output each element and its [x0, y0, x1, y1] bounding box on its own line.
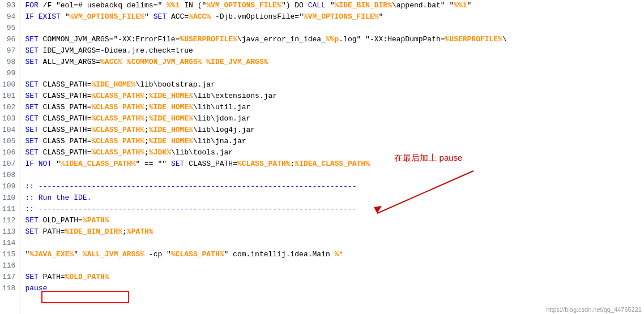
code-segment-var: %%p	[326, 35, 339, 44]
code-segment-kw: SET	[25, 46, 38, 55]
line-number: 97	[2, 45, 15, 57]
code-segment-var: %IDE_HOME%	[91, 80, 135, 89]
code-segment-plain: "	[144, 12, 153, 21]
code-segment-plain: ACC=	[167, 12, 189, 21]
code-line: :: Run the IDE.	[25, 192, 644, 204]
code-segment-var: %CLASS_PATH%	[91, 137, 144, 145]
code-segment-plain: COMMON_JVM_ARGS="-XX:ErrorFile=	[39, 35, 180, 44]
code-segment-plain: ;	[144, 103, 149, 111]
line-number: 105	[2, 136, 15, 147]
code-segment-plain: \lib\extensions.jar	[193, 92, 277, 100]
code-segment-var: %%i	[454, 1, 467, 10]
code-line	[25, 68, 644, 79]
code-segment-plain: OLD_PATH=	[39, 216, 83, 225]
code-line: SET IDE_JVM_ARGS=-Didea.jre.check=true	[25, 45, 644, 57]
code-segment-plain: \lib\jna.jar	[193, 137, 246, 145]
code-segment-kw: SET	[25, 148, 38, 157]
code-line	[25, 238, 644, 249]
code-segment-var: %IDE_BIN_DIR%	[335, 1, 392, 10]
code-segment-var: %*	[335, 250, 344, 259]
code-segment-kw: SET	[25, 216, 38, 225]
code-segment-var: %ACC%	[189, 12, 211, 21]
code-segment-plain: IN ("	[180, 1, 206, 10]
code-line	[25, 23, 644, 34]
code-segment-plain: CLASS_PATH=	[39, 80, 92, 89]
code-segment-plain: "	[74, 250, 83, 259]
code-segment-plain	[122, 58, 127, 66]
code-segment-plain: -cp "	[144, 250, 171, 259]
code-segment-plain: \append.bat" "	[392, 1, 454, 10]
code-segment-plain: "	[61, 12, 70, 21]
line-number: 96	[2, 34, 15, 45]
code-segment-kw: IF NOT	[25, 160, 52, 168]
line-number: 113	[2, 226, 15, 238]
code-segment-plain: " com.intellij.idea.Main	[224, 250, 335, 259]
code-line: SET CLASS_PATH=%CLASS_PATH%;%IDE_HOME%\l…	[25, 113, 644, 124]
code-segment-plain: \lib\log4j.jar	[193, 126, 255, 134]
code-segment-plain: CLASS_PATH=	[39, 126, 92, 134]
line-number: 102	[2, 102, 15, 113]
code-content: FOR /F "eol=# usebackq delims=" %%i IN (…	[20, 0, 644, 314]
code-segment-plain: \lib\jdom.jar	[193, 114, 250, 123]
code-segment-var: %CLASS_PATH%	[91, 126, 144, 134]
code-segment-plain: ;	[144, 148, 149, 157]
code-segment-var: %ALL_JVM_ARGS%	[83, 250, 144, 259]
code-segment-kw: SET	[25, 92, 38, 100]
code-segment-var: %VM_OPTIONS_FILE%	[69, 12, 144, 21]
code-segment-plain: CLASS_PATH=	[39, 114, 92, 123]
code-segment-kw: SET	[25, 103, 38, 111]
code-line: SET CLASS_PATH=%IDE_HOME%\lib\bootstrap.…	[25, 79, 644, 91]
code-segment-plain: "	[52, 160, 61, 168]
code-segment-plain: \lib\bootstrap.jar	[135, 80, 215, 89]
line-number: 104	[2, 124, 15, 136]
code-segment-plain: \lib\tools.jar	[171, 148, 233, 157]
code-segment-var: %IDE_BIN_DIR%	[65, 227, 122, 236]
code-segment-kw: SET	[153, 12, 167, 21]
code-segment-var: %VM_OPTIONS_FILE%	[304, 12, 379, 21]
code-segment-kw: SET	[25, 58, 38, 66]
code-segment-var: %CLASS_PATH%	[91, 148, 144, 157]
code-segment-var: %OLD_PATH%	[65, 273, 109, 281]
code-segment-plain: CLASS_PATH=	[39, 137, 92, 145]
code-segment-kw: IF EXIST	[25, 12, 60, 21]
code-segment-comment: :: -------------------------------------…	[25, 205, 356, 213]
code-segment-plain: -Djb.vmOptionsFile="	[211, 12, 304, 21]
code-segment-plain: CLASS_PATH=	[39, 103, 92, 111]
code-segment-var: %CLASS_PATH%	[237, 160, 291, 168]
line-number: 107	[2, 158, 15, 170]
code-segment-var: %IDEA_CLASS_PATH%	[61, 160, 136, 168]
code-segment-kw: SET	[25, 114, 38, 123]
code-segment-comment: :: -------------------------------------…	[25, 182, 356, 191]
code-segment-plain: ALL_JVM_ARGS=	[39, 58, 100, 66]
code-line: :: -------------------------------------…	[25, 204, 644, 215]
code-line	[25, 170, 644, 181]
code-segment-plain: ;	[144, 114, 149, 123]
code-line: "%JAVA_EXE%" %ALL_JVM_ARGS% -cp "%CLASS_…	[25, 249, 644, 260]
code-segment-plain: CLASS_PATH=	[39, 92, 92, 100]
line-number: 116	[2, 260, 15, 272]
code-segment-var: %USERPROFILE%	[445, 35, 502, 44]
code-segment-plain: CLASS_PATH=	[39, 148, 92, 157]
code-segment-plain: CLASS_PATH=	[184, 160, 237, 168]
line-number: 106	[2, 147, 15, 158]
code-segment-plain: ;	[144, 126, 149, 134]
code-line: SET CLASS_PATH=%CLASS_PATH%;%IDE_HOME%\l…	[25, 91, 644, 102]
code-segment-plain: " == ""	[135, 160, 170, 168]
code-segment-plain: \	[502, 35, 507, 44]
code-line: SET CLASS_PATH=%CLASS_PATH%;%IDE_HOME%\l…	[25, 102, 644, 113]
watermark: https://blog.csdn.net/qq_44765221	[546, 306, 642, 313]
code-line: IF EXIST "%VM_OPTIONS_FILE%" SET ACC=%AC…	[25, 11, 644, 23]
code-segment-var: %CLASS_PATH%	[91, 92, 144, 100]
line-number: 114	[2, 238, 15, 249]
code-segment-kw: SET	[25, 137, 38, 145]
code-segment-plain: "	[326, 1, 335, 10]
code-segment-var: %PATH%	[83, 216, 109, 225]
line-number: 100	[2, 79, 15, 91]
code-line: SET ALL_JVM_ARGS=%ACC% %COMMON_JVM_ARGS%…	[25, 57, 644, 68]
code-segment-plain: /F "eol=# usebackq delims="	[39, 1, 167, 10]
code-segment-kw: pause	[25, 284, 47, 293]
code-segment-plain: PATH=	[39, 227, 65, 236]
code-segment-var: %USERPROFILE%	[180, 35, 237, 44]
code-segment-var: %%i	[167, 1, 180, 10]
line-number: 108	[2, 170, 15, 181]
